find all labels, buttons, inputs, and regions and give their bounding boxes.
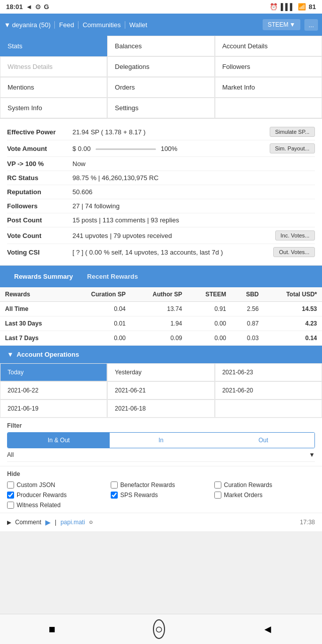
date-item[interactable]: 2021-06-21 [107, 381, 214, 399]
menu-account-details[interactable]: Account Details [215, 36, 322, 56]
hide-checkbox[interactable] [7, 492, 14, 499]
feed-link[interactable]: Feed [54, 21, 78, 29]
hide-checkbox-label: Witness Related [17, 502, 60, 509]
time-display: 18:01 [6, 3, 23, 11]
stop-icon: ■ [49, 623, 55, 636]
home-button[interactable]: ○ [153, 619, 165, 639]
hide-checkbox[interactable] [214, 481, 221, 489]
hide-checkbox-label: Market Orders [224, 492, 263, 499]
top-nav: ▼ deyanira (50) Feed Communities Wallet … [0, 14, 322, 36]
filter-tab[interactable]: Out [212, 433, 314, 448]
more-button[interactable]: ... [304, 19, 318, 31]
comment-author[interactable]: papi.mati [60, 519, 85, 526]
sim-payout-button[interactable]: Sim. Payout... [270, 143, 315, 153]
rc-status-row: RC Status 98.75 % | 46,260,130,975 RC [7, 171, 315, 185]
date-item[interactable]: 2021-06-19 [0, 399, 107, 418]
menu-orders[interactable]: Orders [107, 77, 214, 98]
steem-chevron-icon: ▼ [289, 21, 295, 28]
steem-dropdown[interactable]: STEEM ▼ [263, 19, 300, 30]
menu-followers[interactable]: Followers [215, 56, 322, 77]
stats-section: Effective Power 21.94 SP ( 13.78 + 8.17 … [0, 119, 322, 266]
vote-slider[interactable] [96, 148, 156, 150]
menu-market-info[interactable]: Market Info [215, 77, 322, 98]
wallet-link[interactable]: Wallet [125, 21, 151, 29]
reward-curation: 0.04 [67, 302, 131, 316]
effective-power-label: Effective Power [7, 128, 72, 136]
status-bar: 18:01 ◄ ⊙ G ⏰ ▌▌▌ 📶 81 [0, 0, 322, 14]
date-item[interactable]: Yesterday [107, 363, 214, 381]
steem-label: STEEM [268, 21, 288, 28]
date-item[interactable]: 2021-06-23 [215, 363, 322, 381]
date-item[interactable]: 2021-06-22 [0, 381, 107, 399]
hide-checkbox-label: Benefactor Rewards [120, 481, 175, 489]
filter-tabs: In & OutInOut [7, 432, 315, 448]
select-all-row: All ▼ [7, 448, 315, 462]
simulate-sp-button[interactable]: Simulate SP... [270, 127, 315, 137]
hide-checkbox-item[interactable]: Curation Rewards [214, 481, 315, 489]
hide-checkbox-item[interactable]: Benefactor Rewards [111, 481, 211, 489]
col-sbd: SBD [231, 287, 264, 302]
menu-balances[interactable]: Balances [107, 36, 214, 56]
out-votes-button[interactable]: Out. Votes... [273, 247, 315, 257]
home-icon: ○ [153, 619, 165, 639]
col-total: Total USD* [264, 287, 322, 302]
reward-sbd: 0.87 [231, 316, 264, 331]
signal-icon: ▌▌▌ [281, 3, 295, 11]
date-item[interactable]: 2021-06-20 [215, 381, 322, 399]
comment-row[interactable]: ▶ Comment ▶ | papi.mati ⊙ 17:38 [0, 513, 322, 531]
rewards-summary-tab[interactable]: Rewards Summary [7, 270, 80, 283]
effective-power-row: Effective Power 21.94 SP ( 13.78 + 8.17 … [7, 124, 315, 140]
vote-count-row: Vote Count 241 upvotes | 79 upvotes rece… [7, 227, 315, 244]
ops-title: Account Operations [17, 351, 79, 358]
hide-checkbox-label: SPS Rewards [120, 492, 158, 499]
back-button[interactable]: ◄ [262, 623, 273, 636]
hide-label: Hide [7, 470, 315, 477]
hide-checkbox-item[interactable]: Custom JSON [7, 481, 108, 489]
vote-amount-row: Vote Amount $ 0.00 100% Sim. Payout... [7, 140, 315, 157]
menu-mentions[interactable]: Mentions [0, 77, 107, 98]
vote-amount-prefix: $ 0.00 [72, 145, 91, 152]
communities-link[interactable]: Communities [78, 21, 125, 29]
reputation-value: 50.606 [72, 188, 315, 196]
menu-stats[interactable]: Stats [0, 36, 107, 56]
filter-tab[interactable]: In [110, 433, 212, 448]
hide-checkbox[interactable] [214, 492, 221, 499]
comment-play-icon[interactable]: ▶ [45, 518, 51, 526]
reward-period: Last 30 Days [0, 316, 67, 331]
comment-time: 17:38 [300, 519, 315, 526]
hide-checkbox[interactable] [7, 481, 14, 489]
vp-status-value: Now [72, 160, 315, 168]
followers-row: Followers 27 | 74 following [7, 199, 315, 213]
date-item[interactable]: 2021-06-18 [107, 399, 214, 418]
hide-checkbox[interactable] [7, 502, 14, 509]
hide-checkbox-item[interactable]: Witness Related [7, 502, 108, 509]
hide-checkbox-item[interactable]: Market Orders [214, 492, 315, 499]
back-icon: ◄ [262, 623, 273, 636]
date-item[interactable]: Today [0, 363, 107, 381]
reward-total: 14.53 [264, 302, 322, 316]
date-item-empty [215, 399, 322, 418]
hide-checkbox[interactable] [111, 481, 118, 489]
menu-delegations[interactable]: Delegations [107, 56, 214, 77]
recent-rewards-tab[interactable]: Recent Rewards [80, 270, 145, 283]
hide-checkbox-item[interactable]: SPS Rewards [111, 492, 211, 499]
reward-steem: 0.91 [187, 302, 231, 316]
menu-settings[interactable]: Settings [107, 98, 214, 118]
reputation-label: Reputation [7, 188, 72, 196]
reward-sbd: 0.03 [231, 331, 264, 346]
filter-tab[interactable]: In & Out [8, 433, 110, 448]
vp-status-row: VP -> 100 % Now [7, 157, 315, 171]
inc-votes-button[interactable]: Inc. Votes... [275, 230, 315, 240]
checkbox-grid: Custom JSONBenefactor RewardsCuration Re… [7, 481, 315, 509]
vote-count-value: 241 upvotes | 79 upvotes received [72, 232, 275, 239]
menu-system-info[interactable]: System Info [0, 98, 107, 118]
dropdown-arrow: ▼ [4, 21, 11, 29]
hide-checkbox[interactable] [111, 492, 118, 499]
hide-checkbox-label: Custom JSON [17, 481, 55, 489]
col-rewards: Rewards [0, 287, 67, 302]
hide-checkbox-item[interactable]: Producer Rewards [7, 492, 108, 499]
vote-amount-value: $ 0.00 100% [72, 145, 270, 152]
user-dropdown[interactable]: ▼ deyanira (50) [4, 21, 50, 29]
stop-button[interactable]: ■ [49, 623, 55, 636]
select-all-label: All [7, 451, 14, 458]
